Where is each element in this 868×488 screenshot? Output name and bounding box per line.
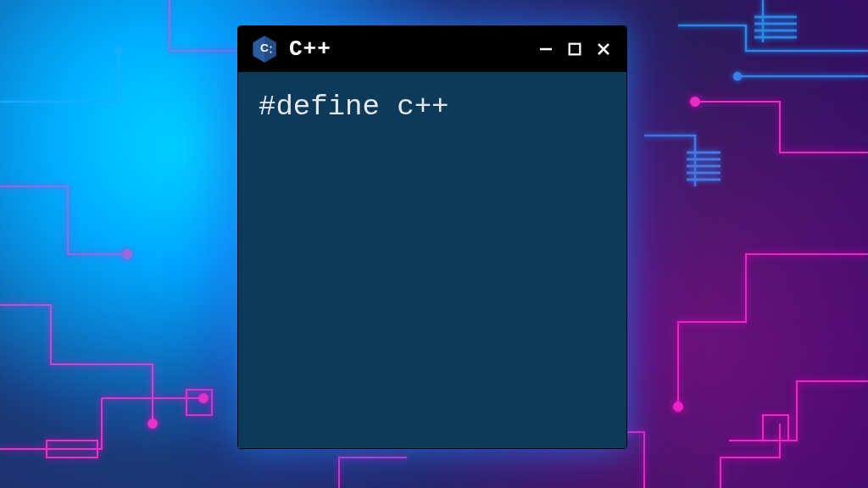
svg-text:+: + (270, 44, 272, 49)
minimize-icon (537, 41, 554, 58)
window-controls (535, 38, 615, 60)
close-button[interactable] (593, 38, 615, 60)
editor-body[interactable]: #define c++ (238, 72, 626, 448)
svg-rect-5 (186, 390, 212, 415)
window-titlebar[interactable]: C + + C++ (238, 26, 626, 72)
editor-window: C + + C++ #define c++ (237, 25, 627, 449)
svg-point-1 (148, 419, 157, 428)
svg-rect-25 (570, 44, 581, 55)
svg-point-3 (674, 402, 682, 411)
svg-text:C: C (260, 42, 269, 54)
minimize-button[interactable] (535, 38, 557, 60)
close-icon (595, 41, 612, 58)
window-title: C++ (289, 36, 535, 62)
svg-point-9 (734, 73, 741, 80)
svg-point-8 (115, 47, 122, 54)
maximize-icon (567, 42, 582, 57)
cpp-logo-icon: C + + (250, 35, 279, 64)
code-line-1: #define c++ (259, 91, 606, 123)
svg-point-4 (199, 394, 208, 402)
svg-rect-6 (763, 415, 788, 441)
svg-point-0 (123, 250, 131, 258)
svg-text:+: + (270, 49, 272, 54)
svg-point-2 (691, 97, 699, 106)
maximize-button[interactable] (564, 38, 586, 60)
